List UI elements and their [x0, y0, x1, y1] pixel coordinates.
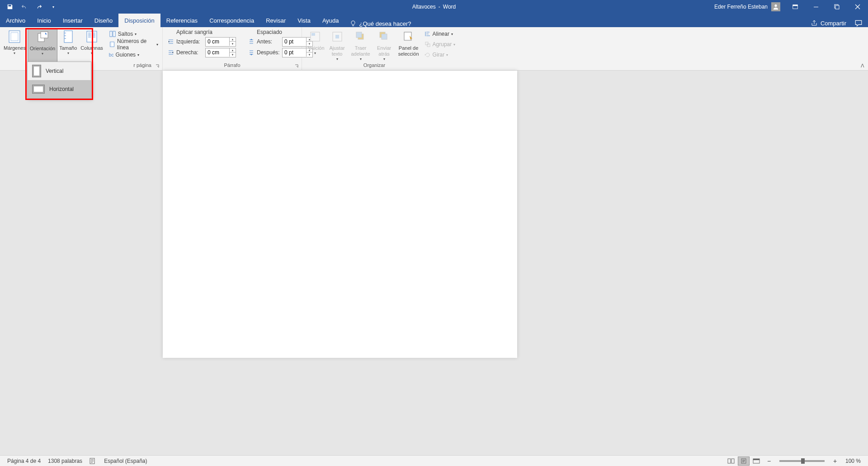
- bring-forward-icon: [354, 30, 367, 43]
- tab-correspondencia[interactable]: Correspondencia: [203, 14, 260, 27]
- indent-left-input[interactable]: ▲▼: [205, 37, 236, 47]
- tab-revisar[interactable]: Revisar: [260, 14, 292, 27]
- svg-rect-27: [731, 459, 734, 463]
- svg-rect-12: [113, 31, 115, 37]
- svg-rect-21: [382, 34, 387, 39]
- space-after-icon: [248, 49, 255, 56]
- view-read-button[interactable]: [725, 456, 737, 466]
- status-page[interactable]: Página 4 de 4: [4, 458, 44, 464]
- indent-left-icon: [167, 38, 175, 45]
- status-bar: Página 4 de 4 1308 palabras Español (Esp…: [0, 455, 868, 466]
- space-before-label: Antes:: [257, 38, 280, 45]
- align-button[interactable]: Alinear▾: [422, 29, 458, 39]
- paragraph-launcher[interactable]: [294, 64, 300, 69]
- indent-right-label: Derecha:: [176, 49, 203, 56]
- minimize-button[interactable]: [806, 0, 826, 14]
- line-numbers-button[interactable]: Números de línea▾: [107, 39, 160, 49]
- svg-rect-11: [110, 31, 112, 37]
- zoom-out-button[interactable]: −: [763, 456, 775, 466]
- tab-vista[interactable]: Vista: [292, 14, 316, 27]
- portrait-icon: [32, 65, 41, 77]
- columns-icon: [85, 29, 99, 44]
- space-before-icon: [248, 38, 255, 45]
- hyphenation-icon: bc: [109, 52, 114, 57]
- title-separator: -: [439, 4, 440, 10]
- indent-right-input[interactable]: ▲▼: [205, 48, 236, 57]
- redo-button[interactable]: [33, 1, 44, 12]
- view-web-button[interactable]: [750, 456, 762, 466]
- ribbon-tabs: Archivo Inicio Insertar Diseño Disposici…: [0, 14, 868, 27]
- wrap-text-button: Ajustar texto▾: [326, 28, 348, 62]
- group-arrange: Posición▾ Ajustar texto▾ Traer adelante▾…: [302, 27, 447, 71]
- orientation-button[interactable]: Orientación ▾: [28, 28, 57, 62]
- hyphenation-button[interactable]: bc Guiones▾: [107, 50, 160, 60]
- undo-button[interactable]: [19, 1, 30, 12]
- status-language[interactable]: Español (España): [100, 458, 151, 464]
- share-button[interactable]: Compartir: [811, 19, 846, 27]
- maximize-button[interactable]: [826, 0, 847, 14]
- margins-icon: [7, 29, 22, 44]
- position-icon: [309, 30, 321, 43]
- tab-ayuda[interactable]: Ayuda: [316, 14, 345, 27]
- zoom-in-button[interactable]: +: [829, 456, 841, 466]
- chevron-down-icon: ▾: [67, 51, 69, 55]
- svg-rect-15: [311, 33, 315, 36]
- comment-icon: [854, 19, 863, 27]
- ribbon-display-button[interactable]: [785, 0, 806, 14]
- document-page[interactable]: [163, 71, 517, 358]
- columns-button[interactable]: Columnas ▾: [79, 28, 105, 62]
- selection-pane-icon: [402, 30, 415, 43]
- status-proofing[interactable]: [86, 458, 100, 464]
- bring-forward-button: Traer adelante▾: [348, 28, 373, 62]
- save-button[interactable]: [5, 1, 15, 12]
- zoom-slider[interactable]: [779, 460, 825, 462]
- collapse-ribbon-button[interactable]: ᐱ: [861, 63, 864, 69]
- group-paragraph: Aplicar sangría Izquierda: ▲▼ Derecha: ▲…: [163, 27, 302, 71]
- svg-rect-4: [835, 5, 839, 9]
- rotate-button: Girar▾: [422, 50, 458, 60]
- group-icon: [425, 41, 431, 48]
- send-backward-button: Enviar atrás▾: [373, 28, 395, 62]
- group-button: Agrupar▾: [422, 39, 458, 49]
- size-button[interactable]: Tamaño ▾: [57, 28, 79, 62]
- margins-button[interactable]: Márgenes ▾: [2, 28, 28, 62]
- orientation-dropdown: Vertical Horizontal: [27, 62, 91, 99]
- svg-rect-2: [814, 7, 818, 7]
- rotate-icon: [425, 52, 431, 58]
- tab-insertar[interactable]: Insertar: [57, 14, 89, 27]
- close-button[interactable]: [847, 0, 868, 14]
- orientation-vertical[interactable]: Vertical: [28, 62, 91, 80]
- comments-button[interactable]: [854, 19, 863, 27]
- tab-disposicion[interactable]: Disposición: [118, 14, 160, 27]
- group-label-paragraph: Párrafo: [165, 62, 300, 71]
- avatar[interactable]: [771, 2, 780, 11]
- view-print-button[interactable]: [738, 456, 750, 466]
- page-setup-launcher[interactable]: [155, 64, 160, 69]
- selection-pane-button[interactable]: Panel de selección: [395, 28, 422, 62]
- status-words[interactable]: 1308 palabras: [44, 458, 86, 464]
- tell-me-search[interactable]: ¿Qué desea hacer?: [345, 20, 416, 27]
- chevron-down-icon: ▾: [91, 51, 93, 55]
- svg-rect-1: [793, 5, 798, 6]
- line-numbers-icon: [109, 41, 115, 48]
- tab-archivo[interactable]: Archivo: [0, 14, 31, 27]
- tab-referencias[interactable]: Referencias: [160, 14, 203, 27]
- indent-left-label: Izquierda:: [176, 38, 203, 45]
- svg-rect-17: [335, 35, 339, 38]
- qat-customize-icon[interactable]: ▾: [48, 1, 59, 12]
- ribbon: Márgenes ▾ Orientación ▾ Tamaño ▾ Column…: [0, 27, 868, 71]
- user-name[interactable]: Eder Ferreño Esteban: [714, 4, 768, 10]
- zoom-level[interactable]: 100 %: [842, 458, 864, 464]
- landscape-icon: [32, 85, 45, 94]
- tab-inicio[interactable]: Inicio: [31, 14, 57, 27]
- chevron-down-icon: ▾: [14, 51, 15, 55]
- breaks-button[interactable]: Saltos▾: [107, 29, 160, 39]
- tab-diseno[interactable]: Diseño: [89, 14, 118, 27]
- svg-rect-26: [728, 459, 731, 463]
- svg-rect-30: [753, 459, 760, 460]
- svg-rect-8: [41, 32, 48, 38]
- indent-header: Aplicar sangría: [167, 28, 236, 36]
- proofing-icon: [90, 458, 97, 464]
- svg-rect-9: [64, 31, 72, 43]
- orientation-horizontal[interactable]: Horizontal: [28, 80, 91, 98]
